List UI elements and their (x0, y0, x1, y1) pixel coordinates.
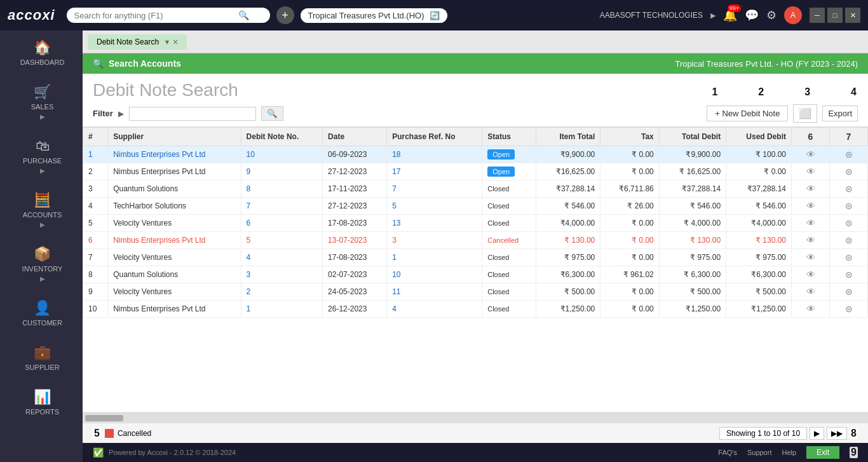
cell-more-icon[interactable]: ⊜ (830, 266, 868, 283)
cell-view-icon[interactable]: 👁 (792, 180, 830, 198)
cell-view-icon[interactable]: 👁 (792, 146, 830, 163)
label-8: 8 (850, 428, 858, 439)
more-icon[interactable]: ⊜ (845, 287, 853, 297)
filter-arrow-icon[interactable]: ▶ (118, 109, 124, 118)
cell-view-icon[interactable]: 👁 (792, 215, 830, 232)
table-row[interactable]: 5 Velocity Ventures 6 17-08-2023 13 Clos… (83, 215, 868, 232)
cell-debit-note-no: 5 (241, 232, 323, 249)
cell-more-icon[interactable]: ⊜ (830, 232, 868, 249)
filter-input[interactable] (129, 107, 256, 121)
global-search[interactable]: 🔍 (67, 8, 270, 23)
export-button[interactable]: Export (822, 105, 858, 121)
more-icon[interactable]: ⊜ (845, 304, 853, 314)
cell-view-icon[interactable]: 👁 (792, 301, 830, 318)
sidebar-item-supplier[interactable]: 💼 SUPPLIER (0, 336, 83, 380)
sidebar-item-accounts[interactable]: 🧮 ACCOUNTS ▶ (0, 183, 83, 237)
table-row[interactable]: 4 TechHarbor Solutions 7 27-12-2023 5 Cl… (83, 198, 868, 215)
notification-badge[interactable]: 🔔 99+ (723, 8, 737, 22)
more-icon[interactable]: ⊜ (845, 235, 853, 245)
more-icon[interactable]: ⊜ (845, 184, 853, 194)
table-row[interactable]: 6 Nimbus Enterprises Pvt Ltd 5 13-07-202… (83, 232, 868, 249)
cell-num: 9 (83, 283, 108, 301)
table-row[interactable]: 3 Quantum Solutions 8 17-11-2023 7 Close… (83, 180, 868, 198)
cell-view-icon[interactable]: 👁 (792, 198, 830, 215)
eye-icon[interactable]: 👁 (806, 252, 815, 262)
gear-icon[interactable]: ⚙ (766, 8, 776, 22)
cell-view-icon[interactable]: 👁 (792, 266, 830, 283)
sidebar-item-customer[interactable]: 👤 CUSTOMER (0, 291, 83, 336)
cell-more-icon[interactable]: ⊜ (830, 249, 868, 266)
table-row[interactable]: 2 Nimbus Enterprises Pvt Ltd 9 27-12-202… (83, 163, 868, 180)
more-icon[interactable]: ⊜ (845, 149, 853, 160)
new-debit-note-button[interactable]: + New Debit Note (707, 105, 788, 121)
sidebar-item-dashboard[interactable]: 🏠 DASHBOARD (0, 31, 83, 75)
horizontal-scrollbar[interactable] (83, 412, 868, 423)
exit-button[interactable]: Exit (806, 446, 839, 459)
eye-icon[interactable]: 👁 (806, 218, 815, 228)
sidebar-item-reports[interactable]: 📊 REPORTS (0, 380, 83, 425)
eye-icon[interactable]: 👁 (806, 287, 815, 297)
eye-icon[interactable]: 👁 (806, 149, 815, 160)
avatar[interactable]: A (784, 6, 802, 24)
cell-debit-note-no: 3 (241, 266, 323, 283)
export-button-icon[interactable]: ⬜ (793, 104, 817, 123)
table-row[interactable]: 9 Velocity Ventures 2 24-05-2023 11 Clos… (83, 283, 868, 301)
cell-debit-note-no: 8 (241, 180, 323, 198)
pagination-next-icon[interactable]: ▶ (810, 427, 824, 440)
tab-close-icon[interactable]: × (173, 37, 178, 47)
cell-view-icon[interactable]: 👁 (792, 163, 830, 180)
cell-status: Closed (482, 215, 536, 232)
tab-pin-icon[interactable]: ▾ (165, 37, 169, 46)
faq-link[interactable]: FAQ's (718, 449, 737, 456)
cell-more-icon[interactable]: ⊜ (830, 283, 868, 301)
pagination-last-icon[interactable]: ▶▶ (827, 427, 847, 440)
more-icon[interactable]: ⊜ (845, 218, 853, 228)
cell-status: Closed (482, 180, 536, 198)
cell-more-icon[interactable]: ⊜ (830, 301, 868, 318)
help-link[interactable]: Help (782, 449, 796, 456)
tab-bar: Debit Note Search ▾ × (83, 31, 868, 53)
eye-icon[interactable]: 👁 (806, 201, 815, 211)
more-icon[interactable]: ⊜ (845, 269, 853, 280)
minimize-button[interactable]: ─ (810, 8, 825, 23)
tab-debit-note-search[interactable]: Debit Note Search ▾ × (88, 34, 187, 50)
chat-icon[interactable]: 💬 (745, 8, 759, 22)
eye-icon[interactable]: 👁 (806, 304, 815, 314)
eye-icon[interactable]: 👁 (806, 269, 815, 280)
refresh-icon[interactable]: 🔄 (430, 11, 440, 20)
maximize-button[interactable]: □ (827, 8, 843, 23)
eye-icon[interactable]: 👁 (806, 184, 815, 194)
cell-more-icon[interactable]: ⊜ (830, 163, 868, 180)
scrollbar-thumb[interactable] (85, 415, 123, 421)
add-button[interactable]: + (276, 6, 294, 24)
status-badge: Closed (487, 219, 509, 227)
cell-more-icon[interactable]: ⊜ (830, 180, 868, 198)
search-input[interactable] (74, 11, 233, 20)
table-row[interactable]: 7 Velocity Ventures 4 17-08-2023 1 Close… (83, 249, 868, 266)
eye-icon[interactable]: 👁 (806, 166, 815, 177)
filter-search-button[interactable]: 🔍 (261, 106, 283, 121)
sidebar-item-sales[interactable]: 🛒 SALES ▶ (0, 75, 83, 129)
cell-view-icon[interactable]: 👁 (792, 249, 830, 266)
cell-more-icon[interactable]: ⊜ (830, 198, 868, 215)
table-row[interactable]: 10 Nimbus Enterprises Pvt Ltd 1 26-12-20… (83, 301, 868, 318)
cell-more-icon[interactable]: ⊜ (830, 215, 868, 232)
more-icon[interactable]: ⊜ (845, 201, 853, 211)
cell-view-icon[interactable]: 👁 (792, 283, 830, 301)
pagination-info: Showing 1 to 10 of 10 (719, 427, 807, 440)
table-row[interactable]: 1 Nimbus Enterprises Pvt Ltd 10 06-09-20… (83, 146, 868, 163)
support-link[interactable]: Support (747, 449, 772, 456)
eye-icon[interactable]: 👁 (806, 235, 815, 245)
more-icon[interactable]: ⊜ (845, 166, 853, 177)
company-selector[interactable]: Tropical Treasures Pvt Ltd.(HO) 🔄 (301, 8, 447, 23)
cell-view-icon[interactable]: 👁 (792, 232, 830, 249)
close-button[interactable]: ✕ (845, 8, 860, 23)
sidebar-item-inventory[interactable]: 📦 INVENTORY ▶ (0, 237, 83, 291)
cell-status: Closed (482, 249, 536, 266)
more-icon[interactable]: ⊜ (845, 252, 853, 262)
sidebar-item-purchase[interactable]: 🛍 PURCHASE ▶ (0, 129, 83, 183)
col-supplier: Supplier (108, 128, 241, 146)
cell-more-icon[interactable]: ⊜ (830, 146, 868, 163)
table-row[interactable]: 8 Quantum Solutions 3 02-07-2023 10 Clos… (83, 266, 868, 283)
search-accounts-left[interactable]: 🔍 Search Accounts (93, 58, 181, 69)
